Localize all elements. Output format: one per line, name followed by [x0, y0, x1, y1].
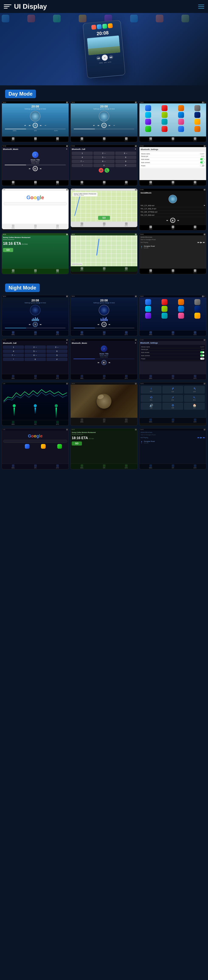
- progress-bar[interactable]: [5, 129, 66, 129]
- night-app-9[interactable]: [145, 313, 151, 319]
- shortcut-docs[interactable]: [25, 207, 30, 212]
- app2-3[interactable]: [178, 126, 184, 132]
- social-prev[interactable]: ⏮: [165, 219, 169, 222]
- nav-auto-2[interactable]: AUTO: [125, 137, 128, 142]
- night-shortcut-2[interactable]: [25, 444, 30, 449]
- progress-bar-2[interactable]: [74, 129, 134, 129]
- night-next-1[interactable]: ⏭: [39, 323, 43, 326]
- night-key-hash[interactable]: #: [46, 358, 68, 361]
- app-media[interactable]: [194, 119, 200, 125]
- next-btn[interactable]: ⏭: [39, 124, 43, 127]
- night-shortcut-3[interactable]: [41, 444, 46, 449]
- night-key-1[interactable]: 1: [3, 345, 24, 349]
- nav-auto[interactable]: AUTO: [56, 137, 59, 142]
- music-file-2[interactable]: 华乐_五月_精选_B.mp3: [140, 207, 205, 210]
- app-music[interactable]: [162, 105, 167, 111]
- repeat-btn-2[interactable]: ↩: [112, 124, 116, 127]
- bt-next[interactable]: ⏭: [39, 167, 43, 170]
- key-0[interactable]: 0: [93, 164, 114, 167]
- shortcut-meet[interactable]: [57, 207, 62, 212]
- night-power-toggle[interactable]: [200, 358, 204, 360]
- power-toggle[interactable]: [200, 165, 204, 167]
- night-play-2[interactable]: ⏸: [101, 322, 107, 327]
- night-bt-prev[interactable]: ⏮: [97, 361, 100, 364]
- next-button[interactable]: ▶▶: [109, 55, 113, 59]
- night-auto-answer-toggle[interactable]: [200, 351, 204, 353]
- nav-item-1[interactable]: EMAIL: [149, 137, 152, 142]
- app-maps[interactable]: [162, 119, 167, 125]
- app2-2[interactable]: [162, 126, 167, 132]
- np-next[interactable]: ⏭: [203, 241, 205, 243]
- nav-item-2[interactable]: GPS: [172, 137, 174, 142]
- key-hash[interactable]: #: [115, 164, 136, 167]
- auto-answer-toggle[interactable]: [200, 158, 204, 160]
- nav-email[interactable]: EMAIL: [12, 137, 15, 142]
- app-nav[interactable]: [194, 112, 200, 118]
- night-bt-next[interactable]: ⏭: [108, 361, 111, 364]
- app2-4[interactable]: [194, 126, 200, 132]
- hang-up-btn[interactable]: 📵: [99, 168, 103, 173]
- app-bt[interactable]: [178, 112, 184, 118]
- night-app-1[interactable]: [145, 299, 151, 305]
- shortcut-gmail[interactable]: [9, 207, 14, 212]
- night-play-1[interactable]: ⏸: [33, 322, 38, 327]
- app-settings[interactable]: [194, 105, 200, 111]
- night-key-7[interactable]: 7 →: [3, 353, 24, 357]
- shortcut-news[interactable]: [9, 212, 14, 218]
- bt-prev[interactable]: ⏮: [28, 167, 32, 170]
- night-bt-progress[interactable]: [73, 359, 135, 359]
- night-progress-1[interactable]: [5, 328, 66, 328]
- shortcut-maps[interactable]: [41, 212, 46, 218]
- music-file-3[interactable]: 华乐_国庆_双节精选.mp3: [140, 210, 205, 214]
- auto-connect-toggle[interactable]: [200, 161, 204, 164]
- night-shortcut-1[interactable]: [8, 444, 13, 449]
- shuffle-btn-2[interactable]: ⇄: [92, 124, 96, 127]
- night-app-2[interactable]: [162, 299, 167, 305]
- night-next-2[interactable]: ⏭: [108, 323, 111, 326]
- night-key-3[interactable]: 3 →: [46, 345, 68, 349]
- night-key-8[interactable]: 8 →: [25, 353, 46, 357]
- app-wechat[interactable]: [145, 112, 151, 118]
- repeat-btn[interactable]: ↩: [44, 124, 47, 127]
- night-np-prev[interactable]: ⏮: [197, 436, 200, 439]
- key-5[interactable]: 5 →: [93, 156, 114, 159]
- key-8[interactable]: 8 →: [93, 160, 114, 163]
- night-key-2[interactable]: 2 →: [25, 345, 46, 349]
- night-app-7[interactable]: [178, 306, 184, 312]
- night-prev-1[interactable]: ⏮: [28, 323, 32, 326]
- night-app-3[interactable]: [178, 299, 184, 305]
- shortcut-more[interactable]: [57, 212, 62, 218]
- night-app-8[interactable]: [194, 306, 200, 312]
- night-np-next[interactable]: ⏭: [203, 436, 205, 439]
- bt-progress[interactable]: [5, 165, 66, 165]
- night-np-play[interactable]: ▶: [200, 436, 202, 439]
- google-search-bar[interactable]: [4, 202, 67, 205]
- night-auto-connect-toggle[interactable]: [200, 355, 204, 356]
- app2-1[interactable]: [145, 126, 151, 132]
- night-key-0[interactable]: 0: [25, 358, 46, 361]
- social-play[interactable]: ▶: [170, 218, 175, 223]
- play-btn[interactable]: ⏸: [33, 123, 38, 128]
- app-radio[interactable]: [145, 119, 151, 125]
- night-key-4[interactable]: 4: [3, 350, 24, 353]
- night-app-6[interactable]: [162, 306, 167, 312]
- night-search-bar[interactable]: [3, 440, 67, 443]
- night-key-9[interactable]: 9: [46, 353, 68, 357]
- call-btn[interactable]: 📞: [105, 168, 109, 173]
- go-button[interactable]: GO: [98, 216, 110, 220]
- prev-btn[interactable]: ⏮: [28, 124, 32, 127]
- app-phone[interactable]: [178, 119, 184, 125]
- nav-go-btn[interactable]: GO: [3, 248, 13, 252]
- play-btn-2[interactable]: ⏸: [101, 123, 107, 128]
- night-app-12[interactable]: [194, 313, 200, 319]
- night-app-5[interactable]: [145, 306, 151, 312]
- key-star[interactable]: *: [72, 164, 93, 167]
- play-pause-button[interactable]: ⏸: [101, 54, 108, 61]
- key-7[interactable]: 7 →: [72, 160, 93, 163]
- key-9[interactable]: 9: [115, 160, 136, 163]
- menu-icon[interactable]: [198, 5, 204, 8]
- music-file-4[interactable]: 华乐_五月_精选.mp3: [140, 214, 205, 217]
- next-btn-2[interactable]: ⏭: [108, 124, 111, 127]
- np-play[interactable]: ▶: [200, 241, 202, 243]
- key-2[interactable]: 2 →: [93, 151, 114, 155]
